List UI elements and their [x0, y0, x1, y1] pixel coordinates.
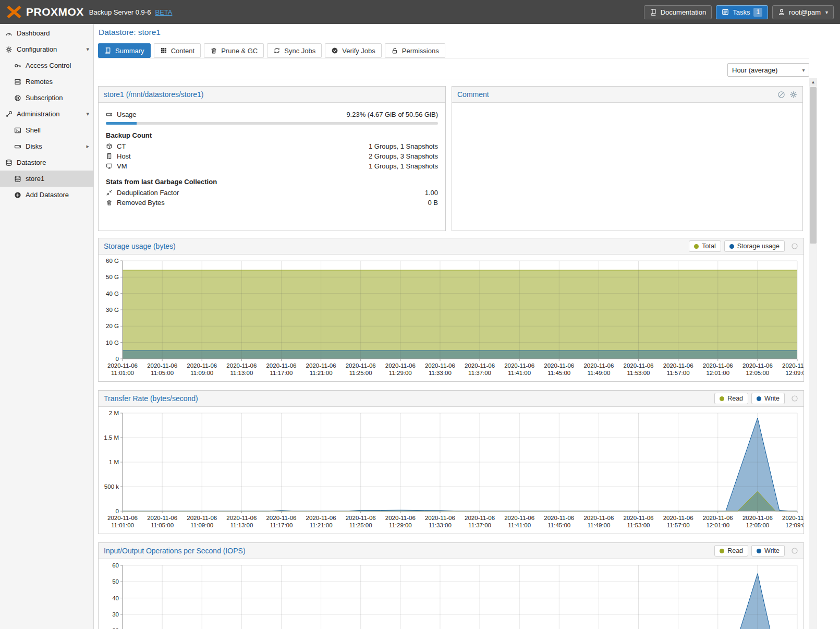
usage-label: Usage — [117, 111, 137, 118]
legend-color-dot — [694, 244, 699, 249]
unlock-icon — [391, 47, 398, 54]
svg-text:11:37:00: 11:37:00 — [468, 370, 491, 376]
sidebar-item-remotes[interactable]: Remotes — [0, 74, 93, 90]
legend-color-dot — [757, 396, 761, 401]
sidebar-item-configuration[interactable]: Configuration ▾ — [0, 41, 93, 57]
comment-title: Comment — [457, 90, 489, 99]
check-circle-icon — [331, 47, 338, 54]
svg-text:2020-11-06: 2020-11-06 — [742, 515, 773, 521]
svg-text:2020-11-06: 2020-11-06 — [544, 515, 574, 521]
usage-row: Usage 9.23% (4.67 GiB of 50.56 GiB) — [106, 110, 438, 119]
svg-text:2020-11-06: 2020-11-06 — [465, 515, 495, 521]
sidebar: Dashboard Configuration ▾ Access Control… — [0, 24, 94, 629]
proxmox-logo-icon — [6, 6, 22, 18]
tasks-button[interactable]: Tasks 1 — [716, 5, 768, 19]
tab-summary[interactable]: Summary — [98, 43, 151, 58]
storage-usage-header: Storage usage (bytes) Total Storage usag… — [99, 238, 804, 255]
comment-panel: Comment — [452, 86, 803, 231]
legend-item-read[interactable]: Read — [714, 545, 748, 557]
sidebar-item-access-control[interactable]: Access Control — [0, 57, 93, 74]
svg-text:12:05:00: 12:05:00 — [746, 522, 769, 528]
panel-tool-icon[interactable] — [791, 395, 798, 402]
chevron-right-icon[interactable]: ▸ — [86, 143, 89, 150]
timeframe-select[interactable]: Hour (average) ▾ — [727, 63, 809, 77]
sidebar-item-subscription[interactable]: Subscription — [0, 90, 93, 106]
tab-content[interactable]: Content — [154, 43, 201, 58]
legend-item-write[interactable]: Write — [751, 393, 785, 404]
building-icon — [106, 153, 113, 160]
tab-verify-jobs[interactable]: Verify Jobs — [325, 43, 382, 58]
chevron-down-icon: ▾ — [798, 67, 809, 73]
legend-color-dot — [720, 549, 724, 553]
legend-item-storage-usage[interactable]: Storage usage — [724, 240, 785, 252]
gears-icon — [5, 46, 13, 53]
hdd-icon — [106, 111, 113, 118]
gc-row-dedup: Deduplication Factor 1.00 — [106, 188, 438, 198]
chevron-down-icon[interactable]: ▾ — [86, 46, 89, 53]
sidebar-item-add-datastore[interactable]: Add Datastore — [0, 187, 93, 203]
sidebar-item-disks[interactable]: Disks ▸ — [0, 138, 93, 154]
svg-text:12:05:00: 12:05:00 — [746, 370, 769, 376]
svg-text:2020-11-06: 2020-11-06 — [583, 515, 614, 521]
scrollbar-up-arrow[interactable]: ▲ — [809, 78, 817, 86]
tab-prune-gc[interactable]: Prune & GC — [204, 43, 264, 58]
gc-stats-heading: Stats from last Garbage Collection — [106, 178, 438, 186]
svg-text:1.5 M: 1.5 M — [104, 434, 119, 441]
svg-text:11:21:00: 11:21:00 — [310, 370, 333, 376]
legend-item-total[interactable]: Total — [689, 240, 721, 252]
svg-text:11:21:00: 11:21:00 — [310, 522, 333, 528]
gear-icon[interactable] — [789, 91, 797, 99]
svg-text:2020-11-06: 2020-11-06 — [703, 515, 733, 521]
svg-text:12:01:00: 12:01:00 — [706, 522, 729, 528]
legend-item-write[interactable]: Write — [751, 545, 785, 557]
sidebar-item-administration[interactable]: Administration ▾ — [0, 106, 93, 122]
svg-text:2020-11-06: 2020-11-06 — [624, 362, 654, 369]
svg-text:11:25:00: 11:25:00 — [349, 370, 372, 376]
svg-text:0: 0 — [116, 508, 119, 514]
svg-text:11:29:00: 11:29:00 — [389, 522, 412, 528]
svg-text:11:29:00: 11:29:00 — [389, 370, 412, 376]
svg-text:2020-11-06: 2020-11-06 — [425, 515, 455, 521]
documentation-button[interactable]: Documentation — [644, 5, 712, 19]
tab-sync-jobs[interactable]: Sync Jobs — [267, 43, 322, 58]
tab-permissions[interactable]: Permissions — [385, 43, 445, 58]
panel-tool-icon[interactable] — [791, 547, 798, 554]
sidebar-item-store1[interactable]: store1 — [0, 171, 93, 187]
svg-text:12:09:00: 12:09:00 — [786, 522, 804, 528]
svg-text:2020-11-06: 2020-11-06 — [782, 362, 804, 369]
comment-body[interactable] — [452, 103, 802, 231]
sidebar-item-datastore[interactable]: Datastore — [0, 154, 93, 171]
caret-down-icon: ▾ — [825, 9, 828, 15]
beta-link[interactable]: BETA — [155, 8, 172, 16]
scrollbar-thumb[interactable] — [810, 87, 817, 244]
timeframe-value: Hour (average) — [728, 66, 798, 74]
circle-slash-icon[interactable] — [777, 91, 785, 99]
svg-text:12:01:00: 12:01:00 — [706, 370, 729, 376]
svg-text:11:41:00: 11:41:00 — [508, 522, 531, 528]
storage-usage-legend: Total Storage usage — [689, 240, 798, 252]
sidebar-item-dashboard[interactable]: Dashboard — [0, 25, 93, 41]
iops-legend: Read Write — [714, 545, 798, 557]
svg-text:2020-11-06: 2020-11-06 — [583, 362, 614, 369]
svg-text:11:45:00: 11:45:00 — [547, 522, 570, 528]
database-icon — [5, 159, 13, 166]
chevron-down-icon[interactable]: ▾ — [86, 111, 89, 117]
svg-text:30: 30 — [112, 611, 119, 618]
legend-color-dot — [757, 549, 761, 553]
panel-tool-icon[interactable] — [791, 243, 798, 250]
legend-item-read[interactable]: Read — [714, 393, 748, 404]
svg-text:2020-11-06: 2020-11-06 — [385, 362, 416, 369]
wrench-icon — [5, 111, 13, 118]
store-summary-title: store1 (/mnt/datastores/store1) — [104, 90, 203, 99]
user-menu-button[interactable]: root@pam ▾ — [772, 5, 834, 19]
svg-text:11:33:00: 11:33:00 — [429, 522, 452, 528]
svg-text:11:13:00: 11:13:00 — [230, 370, 253, 376]
sidebar-item-shell[interactable]: Shell — [0, 122, 93, 138]
store-summary-panel: store1 (/mnt/datastores/store1) Usage 9.… — [98, 86, 446, 231]
toolbar-divider — [94, 79, 809, 79]
vertical-scrollbar: ▲ — [809, 78, 817, 629]
cube-icon — [106, 143, 113, 150]
hdd-icon — [14, 143, 21, 150]
usage-progress-fill — [106, 122, 137, 125]
usage-progressbar — [106, 122, 438, 125]
